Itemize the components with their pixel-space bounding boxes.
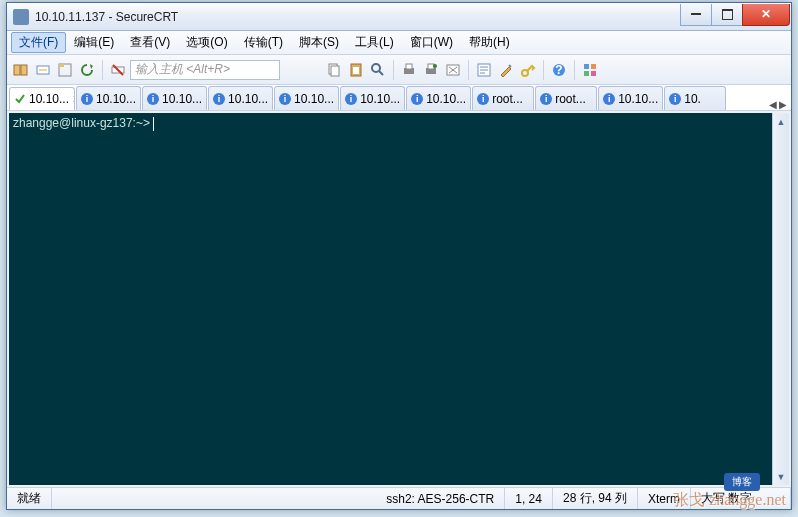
tab-label: 10.10... [426, 92, 466, 106]
menu-工具[interactable]: 工具(L) [347, 32, 402, 53]
svg-rect-4 [59, 64, 64, 67]
session-tab[interactable]: i10.10... [76, 86, 141, 110]
info-icon: i [411, 93, 423, 105]
session-tab[interactable]: iroot... [535, 86, 597, 110]
info-icon: i [669, 93, 681, 105]
tab-label: 10. [684, 92, 701, 106]
session-tab[interactable]: iroot... [472, 86, 534, 110]
info-icon: i [540, 93, 552, 105]
tab-label: 10.10... [360, 92, 400, 106]
svg-rect-9 [353, 67, 359, 74]
svg-rect-7 [331, 66, 339, 76]
tab-label: 10.10... [618, 92, 658, 106]
menu-文件[interactable]: 文件(F) [11, 32, 66, 53]
tab-label: 10.10... [228, 92, 268, 106]
tab-label: 10.10... [29, 92, 69, 106]
info-icon: i [81, 93, 93, 105]
info-icon: i [603, 93, 615, 105]
status-protocol: ssh2: AES-256-CTR [376, 488, 505, 509]
session-tab[interactable]: i10.10... [274, 86, 339, 110]
svg-rect-22 [591, 64, 596, 69]
scroll-up-icon[interactable]: ▲ [773, 113, 789, 130]
status-ready: 就绪 [7, 488, 52, 509]
clear-screen-icon[interactable] [443, 60, 463, 80]
minimize-button[interactable] [680, 4, 712, 26]
separator [574, 60, 575, 80]
window-title: 10.10.11.137 - SecureCRT [35, 10, 681, 24]
menu-编辑[interactable]: 编辑(E) [66, 32, 122, 53]
tab-label: root... [492, 92, 523, 106]
session-tab[interactable]: i10.10... [208, 86, 273, 110]
watermark-text: 张戈 zhangge.net [673, 490, 786, 511]
svg-rect-12 [406, 64, 412, 69]
print-icon[interactable] [399, 60, 419, 80]
info-icon: i [147, 93, 159, 105]
check-icon [14, 93, 26, 105]
print-screen-icon[interactable] [421, 60, 441, 80]
tab-close-icon[interactable]: ✕ [72, 93, 75, 106]
disconnect-icon[interactable] [108, 60, 128, 80]
svg-rect-24 [591, 71, 596, 76]
paste-icon[interactable] [346, 60, 366, 80]
svg-text:?: ? [555, 63, 562, 77]
separator [468, 60, 469, 80]
tab-next-icon[interactable]: ▶ [779, 99, 787, 110]
status-cursor-pos: 1, 24 [505, 488, 553, 509]
session-tab[interactable]: i10.10... [340, 86, 405, 110]
toolbar: 输入主机 <Alt+R> ? [7, 55, 791, 85]
tab-label: 10.10... [96, 92, 136, 106]
app-window: 10.10.11.137 - SecureCRT 文件(F)编辑(E)查看(V)… [6, 2, 792, 510]
maximize-button[interactable] [711, 4, 743, 26]
reconnect-icon[interactable] [77, 60, 97, 80]
tab-label: 10.10... [294, 92, 334, 106]
help-icon[interactable]: ? [549, 60, 569, 80]
watermark-badge: 博客 [724, 473, 760, 491]
key-icon[interactable] [518, 60, 538, 80]
host-input[interactable]: 输入主机 <Alt+R> [130, 60, 280, 80]
session-tab[interactable]: i10.10... [406, 86, 471, 110]
separator [102, 60, 103, 80]
svg-rect-1 [21, 65, 27, 75]
separator [543, 60, 544, 80]
tab-prev-icon[interactable]: ◀ [769, 99, 777, 110]
tile-icon[interactable] [580, 60, 600, 80]
status-dimensions: 28 行, 94 列 [553, 488, 638, 509]
tab-label: 10.10... [162, 92, 202, 106]
session-tab[interactable]: i10.10... [142, 86, 207, 110]
connect-tab-icon[interactable] [55, 60, 75, 80]
options-icon[interactable] [496, 60, 516, 80]
session-tab[interactable]: i10.10... [598, 86, 663, 110]
menu-窗口[interactable]: 窗口(W) [402, 32, 461, 53]
info-icon: i [279, 93, 291, 105]
window-controls [681, 4, 790, 26]
scroll-down-icon[interactable]: ▼ [773, 468, 789, 485]
session-tab[interactable]: i10. [664, 86, 726, 110]
menu-脚本[interactable]: 脚本(S) [291, 32, 347, 53]
session-tab[interactable]: 10.10...✕ [9, 87, 75, 111]
svg-rect-0 [14, 65, 20, 75]
svg-rect-23 [584, 71, 589, 76]
app-icon [13, 9, 29, 25]
menubar: 文件(F)编辑(E)查看(V)选项(O)传输(T)脚本(S)工具(L)窗口(W)… [7, 31, 791, 55]
menu-帮助[interactable]: 帮助(H) [461, 32, 518, 53]
titlebar[interactable]: 10.10.11.137 - SecureCRT [7, 3, 791, 31]
scroll-track[interactable] [773, 130, 789, 468]
menu-传输[interactable]: 传输(T) [236, 32, 291, 53]
close-button[interactable] [742, 4, 790, 26]
shell-prompt: zhangge@linux-gz137:~> [13, 116, 153, 130]
menu-选项[interactable]: 选项(O) [178, 32, 235, 53]
properties-icon[interactable] [474, 60, 494, 80]
info-icon: i [213, 93, 225, 105]
copy-icon[interactable] [324, 60, 344, 80]
cursor [153, 117, 154, 131]
quick-connect-icon[interactable] [33, 60, 53, 80]
tab-label: root... [555, 92, 586, 106]
session-mgr-icon[interactable] [11, 60, 31, 80]
menu-查看[interactable]: 查看(V) [122, 32, 178, 53]
vertical-scrollbar[interactable]: ▲ ▼ [772, 113, 789, 485]
find-icon[interactable] [368, 60, 388, 80]
info-icon: i [477, 93, 489, 105]
info-icon: i [345, 93, 357, 105]
terminal[interactable]: zhangge@linux-gz137:~> [9, 113, 772, 485]
svg-point-10 [372, 64, 380, 72]
